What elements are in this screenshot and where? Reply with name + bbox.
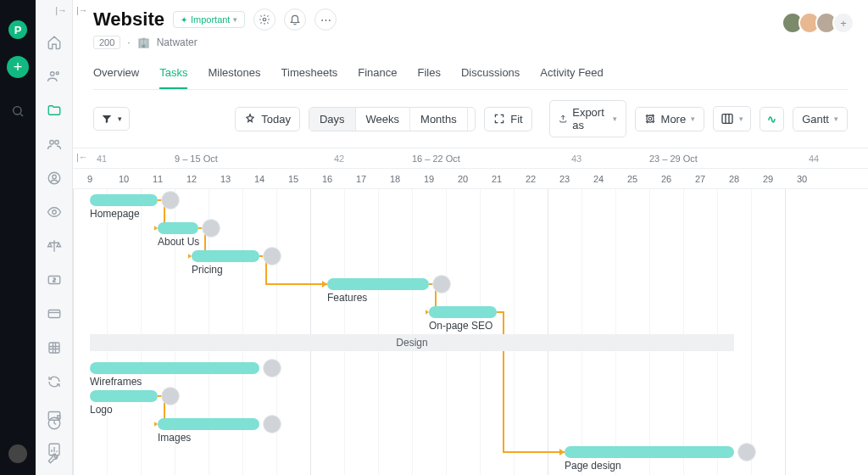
search-icon[interactable] <box>10 103 25 119</box>
project-id-badge: 200 <box>93 36 120 49</box>
brand-logo-icon[interactable]: P <box>8 20 27 39</box>
range-segmented-control: DaysWeeksMonthsYears <box>309 107 476 131</box>
svg-rect-9 <box>48 310 60 318</box>
task-bar-pricing[interactable] <box>192 250 259 262</box>
svg-point-15 <box>264 18 267 21</box>
svg-point-7 <box>52 210 56 215</box>
range-years[interactable]: Years <box>468 108 476 131</box>
tab-milestones[interactable]: Milestones <box>208 59 260 89</box>
range-weeks[interactable]: Weeks <box>356 108 411 131</box>
svg-point-4 <box>54 141 58 145</box>
task-bar-features[interactable] <box>327 278 429 290</box>
task-bar-homepage[interactable] <box>90 194 158 206</box>
clock-icon[interactable] <box>47 416 62 431</box>
add-button[interactable]: + <box>7 56 29 78</box>
assignee-avatar[interactable] <box>161 191 180 210</box>
task-label-homepage: Homepage <box>90 208 140 220</box>
scales-icon[interactable] <box>47 238 62 254</box>
task-label-logo: Logo <box>90 404 113 416</box>
app-rail-dark: P + <box>0 0 36 475</box>
timeline-header: 419 – 15 Oct4216 – 22 Oct4323 – 29 Oct44… <box>73 148 868 189</box>
tab-finance[interactable]: Finance <box>358 59 397 89</box>
assignee-avatar[interactable] <box>161 387 180 405</box>
task-label-wireframes: Wireframes <box>90 376 142 388</box>
task-bar-wireframes[interactable] <box>90 362 259 374</box>
eye-icon[interactable] <box>47 204 62 220</box>
client-icon: 🏢 <box>137 36 150 48</box>
more-menu-button[interactable]: ⋯ <box>314 8 337 31</box>
columns-button[interactable]: ▾ <box>713 106 751 131</box>
gantt-toolbar: ▾ Today DaysWeeksMonthsYears Fit Export … <box>73 90 868 148</box>
assignee-avatar[interactable] <box>737 443 756 461</box>
day-17: 17 <box>344 169 378 189</box>
export-button[interactable]: Export as▾ <box>549 100 626 137</box>
svg-point-16 <box>648 117 652 120</box>
money-icon[interactable] <box>47 272 62 288</box>
day-28: 28 <box>717 169 751 189</box>
dependency-line <box>493 309 578 466</box>
day-27: 27 <box>683 169 717 189</box>
gantt-chart[interactable]: |← 419 – 15 Oct4216 – 22 Oct4323 – 29 Oc… <box>73 148 868 475</box>
task-label-about: About Us <box>158 236 199 248</box>
fit-button[interactable]: Fit <box>484 107 531 131</box>
task-bar-images[interactable] <box>158 418 259 430</box>
tab-activity[interactable]: Activity Feed <box>540 59 603 89</box>
wrench-icon[interactable] <box>47 450 62 465</box>
day-19: 19 <box>412 169 446 189</box>
today-button[interactable]: Today <box>235 107 300 131</box>
member-avatars[interactable]: + <box>787 12 854 34</box>
day-14: 14 <box>242 169 276 189</box>
task-bar-about[interactable] <box>158 222 198 234</box>
profile-icon[interactable] <box>47 170 62 186</box>
day-10: 10 <box>107 169 141 189</box>
main-content: |→ Website Important ⋯ + 200 · 🏢 Natwate… <box>73 0 868 475</box>
collapse-rail-icon[interactable]: |→ <box>55 5 67 15</box>
tab-overview[interactable]: Overview <box>93 59 139 89</box>
week-41: 41 <box>90 148 107 169</box>
tab-tasks[interactable]: Tasks <box>159 59 187 89</box>
more-button[interactable]: More▾ <box>635 107 705 131</box>
group-design[interactable]: Design <box>90 334 734 351</box>
assignee-avatar[interactable] <box>202 219 220 238</box>
day-30: 30 <box>785 169 819 189</box>
task-label-pricing: Pricing <box>192 264 223 276</box>
client-name[interactable]: Natwater <box>157 36 198 48</box>
settings-button[interactable] <box>253 8 275 31</box>
task-bar-seo[interactable] <box>429 306 497 318</box>
grid-icon[interactable] <box>47 340 62 355</box>
task-label-features: Features <box>327 292 367 304</box>
day-29: 29 <box>751 169 785 189</box>
sync-icon[interactable] <box>47 374 62 389</box>
task-label-images: Images <box>158 432 191 444</box>
people-icon[interactable] <box>47 69 62 84</box>
notifications-button[interactable] <box>284 8 306 31</box>
range-months[interactable]: Months <box>410 108 468 131</box>
expand-rail-icon[interactable]: |→ <box>76 5 88 15</box>
range-days[interactable]: Days <box>309 108 356 131</box>
assignee-avatar[interactable] <box>263 247 281 265</box>
day-12: 12 <box>175 169 209 189</box>
tab-files[interactable]: Files <box>418 59 441 89</box>
folder-icon[interactable] <box>47 103 62 118</box>
view-switch-button[interactable]: Gantt▾ <box>793 107 848 131</box>
task-bar-logo[interactable] <box>90 390 158 402</box>
task-bar-pagedesign[interactable] <box>565 446 734 458</box>
assignee-avatar[interactable] <box>432 275 451 293</box>
tab-discussions[interactable]: Discussions <box>461 59 520 89</box>
svg-point-2 <box>56 72 58 75</box>
dependencies-toggle[interactable]: ∿ <box>760 107 784 131</box>
user-avatar[interactable] <box>8 444 27 463</box>
card-icon[interactable] <box>47 306 62 321</box>
home-icon[interactable] <box>47 35 62 50</box>
svg-rect-10 <box>49 343 59 353</box>
gantt-body[interactable]: DesignHomepageAbout UsPricingFeaturesOn-… <box>73 189 868 475</box>
day-24: 24 <box>581 169 615 189</box>
page-title: Website <box>93 8 164 31</box>
team-icon[interactable] <box>47 137 62 152</box>
assignee-avatar[interactable] <box>263 415 281 433</box>
assignee-avatar[interactable] <box>263 359 281 377</box>
tab-timesheets[interactable]: Timesheets <box>281 59 338 89</box>
important-chip[interactable]: Important <box>173 11 245 28</box>
day-18: 18 <box>378 169 412 189</box>
filter-button[interactable]: ▾ <box>93 107 130 131</box>
